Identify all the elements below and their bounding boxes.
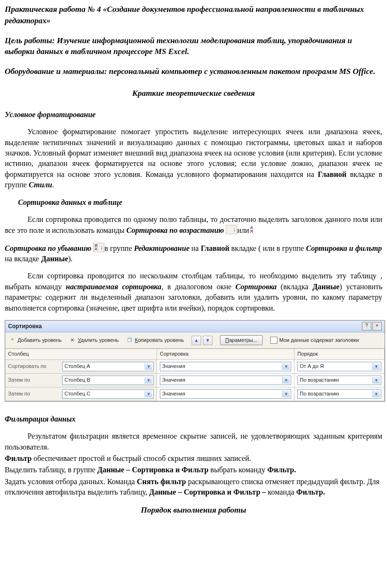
goal-text: Изучение информационной технологии модел…: [5, 36, 352, 56]
row-2-order: По возрастанию▼: [295, 387, 385, 401]
label: далить уровень: [81, 337, 119, 343]
text-bold: Стили: [29, 181, 52, 189]
equip-prefix: Оборудование и материалы:: [5, 67, 109, 76]
text-bold: Снять фильтр: [137, 478, 186, 486]
sort-paragraph-2: Сортировка по убыванию ЯА↓в группе Редак…: [5, 243, 382, 265]
dialog-titlebar: Сортировка ? ×: [5, 321, 385, 332]
row-1-sorton: Значения▼: [157, 374, 295, 387]
row-2-column-dropdown[interactable]: Столбец C▼: [62, 389, 154, 399]
text-bold: Сортировка по убыванию: [5, 244, 91, 252]
row-0-sorton: Значения▼: [157, 360, 295, 374]
text-bold: настраиваемая сортировка: [66, 283, 161, 291]
sort-paragraph-3: Если сортировка проводится по нескольким…: [5, 271, 382, 313]
row-0-order-dropdown[interactable]: От А до Я▼: [297, 362, 381, 371]
chevron-down-icon: ▼: [145, 377, 152, 384]
headers-label: Мои данные содержат заголовки: [279, 337, 359, 344]
delete-level-icon: ✕: [69, 337, 76, 344]
theory-heading: Краткие теоретические сведения: [5, 88, 382, 99]
row-2-sorton-dropdown[interactable]: Значения▼: [160, 389, 291, 399]
row-1-column-dropdown[interactable]: Столбец B▼: [62, 376, 154, 385]
sort-paragraph-1: Если сортировка проводится по одному пол…: [5, 214, 382, 236]
chevron-down-icon: ▼: [145, 391, 152, 397]
params-button[interactable]: Параметры...: [220, 335, 263, 345]
row-2-col: Затем по Столбец C▼: [5, 387, 157, 401]
row-label: Сортировать по: [8, 363, 57, 370]
chevron-down-icon: ▼: [372, 363, 380, 370]
move-down-button[interactable]: ▼: [203, 336, 212, 345]
filter-heading: Фильтрация данных: [5, 414, 382, 424]
text-bold: Данные: [41, 255, 68, 263]
sort-dialog: Сортировка ? × ⁺ Добавить уровень ✕ Удал…: [5, 320, 385, 402]
conditional-paragraph: Условное форматирование помогает упрости…: [5, 127, 382, 190]
dialog-title: Сортировка: [8, 322, 42, 331]
chevron-down-icon: ▼: [282, 391, 290, 397]
text-bold: Фильтр.: [267, 466, 296, 474]
text-bold: Сортировка по возрастанию: [127, 226, 224, 234]
row-2-sorton: Значения▼: [157, 387, 295, 401]
chevron-down-icon: ▼: [372, 391, 380, 397]
goal: Цель работы: Изучение информационной тех…: [5, 35, 382, 58]
row-1-order-dropdown[interactable]: По возрастанию▼: [297, 376, 381, 385]
dialog-toolbar: ⁺ Добавить уровень ✕ Удалить уровень ❐ К…: [5, 332, 385, 349]
text: на: [190, 244, 201, 252]
text: Задать условия отбора данных. Команда: [5, 478, 137, 486]
sort-dialog-screenshot: Сортировка ? × ⁺ Добавить уровень ✕ Удал…: [5, 320, 382, 402]
equipment: Оборудование и материалы: персональный к…: [5, 66, 382, 77]
text-bold: Главной: [318, 170, 346, 178]
dd-value: По возрастанию: [300, 390, 339, 397]
sort-asc-icon: АЯ↓: [226, 225, 237, 234]
row-label: Затем по: [8, 377, 57, 384]
dd-value: По возрастанию: [300, 377, 339, 384]
col-header-column: Столбец: [5, 349, 157, 359]
text-bold: Сортировка и фильтр: [306, 244, 382, 252]
row-0-column-dropdown[interactable]: Столбец A▼: [62, 362, 154, 371]
sort-desc-icon: ЯА↓: [93, 243, 104, 252]
headers-checkbox-row[interactable]: Мои данные содержат заголовки: [270, 337, 359, 344]
help-button[interactable]: ?: [362, 322, 371, 331]
dd-value: Столбец C: [64, 390, 91, 397]
row-0-col: Сортировать по Столбец A▼: [5, 360, 157, 374]
text-bold: Данные – Сортировка и Фильтр: [97, 466, 208, 474]
copy-level-icon: ❐: [126, 337, 133, 344]
chevron-down-icon: ▼: [282, 377, 290, 384]
row-1-col: Затем по Столбец B▼: [5, 374, 157, 387]
chevron-down-icon: ▼: [282, 363, 290, 370]
goal-prefix: Цель работы:: [5, 36, 57, 45]
text: обеспечивает простой и быстрый способ ск…: [32, 454, 251, 462]
row-1-sorton-dropdown[interactable]: Значения▼: [160, 376, 291, 385]
close-button[interactable]: ×: [372, 322, 382, 331]
col-header-order: Порядок: [295, 349, 385, 359]
dd-value: Столбец A: [64, 363, 90, 370]
text: , в диалоговом окне: [161, 283, 235, 291]
headers-checkbox[interactable]: [270, 337, 277, 344]
dd-value: Значения: [162, 363, 185, 370]
text: команда: [268, 488, 296, 496]
row-label: Затем по: [8, 390, 57, 397]
row-1-order: По возрастанию▼: [295, 374, 385, 387]
text-bold: Данные – Сортировка и Фильтр –: [149, 488, 267, 496]
dd-value: От А до Я: [300, 363, 324, 370]
text: в группе: [104, 244, 134, 252]
text-bold: Фильтр.: [296, 488, 325, 496]
dd-value: Значения: [162, 377, 185, 384]
text-bold: Главной: [201, 244, 229, 252]
row-2-order-dropdown[interactable]: По возрастанию▼: [297, 389, 381, 399]
execution-heading: Порядок выполнения работы: [5, 505, 382, 516]
filter-paragraph-2: Фильтр обеспечивает простой и быстрый сп…: [5, 453, 382, 464]
doc-title: Практическая работа № 4 «Создание докуме…: [5, 4, 382, 27]
label: опировать уровень: [138, 337, 184, 343]
add-level-button[interactable]: ⁺ Добавить уровень: [9, 337, 62, 344]
delete-level-button[interactable]: ✕ Удалить уровень: [69, 337, 119, 344]
move-up-button[interactable]: ▲: [192, 336, 201, 345]
sort-heading: Сортировка данных в таблице: [18, 197, 382, 208]
row-0-order: От А до Я▼: [295, 360, 385, 374]
text: (вкладка: [276, 283, 312, 291]
hotkey: П: [225, 337, 229, 343]
sort-grid: Столбец Сортировка Порядок Сортировать п…: [5, 349, 385, 401]
row-0-sorton-dropdown[interactable]: Значения▼: [160, 362, 291, 371]
copy-level-button[interactable]: ❐ Копировать уровень: [126, 337, 184, 344]
text-bold: Данные: [313, 283, 340, 291]
text: ).: [68, 255, 73, 263]
label: араметры...: [229, 337, 258, 343]
chevron-down-icon: ▼: [145, 363, 152, 370]
